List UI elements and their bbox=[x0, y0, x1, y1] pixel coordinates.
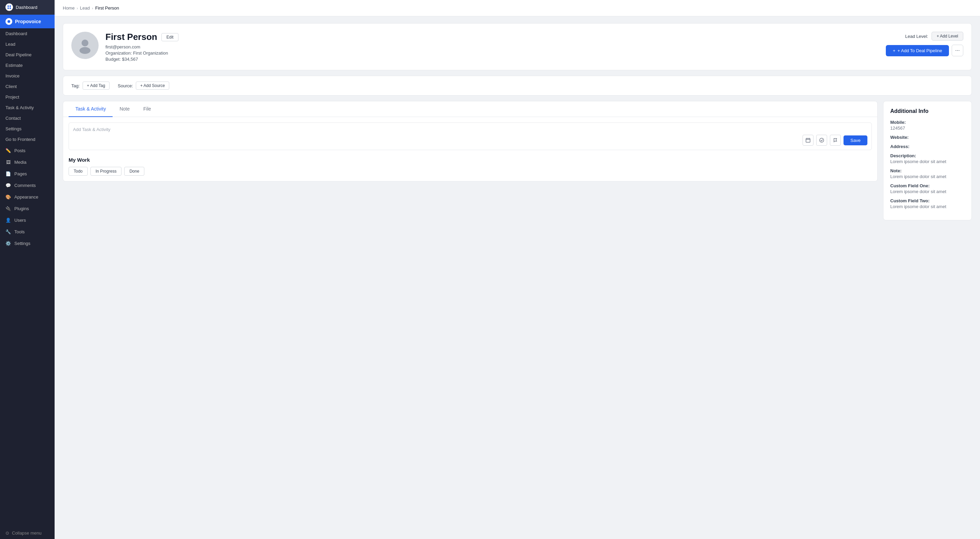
media-icon: 🖼 bbox=[5, 159, 11, 165]
sidebar-wp: ✏️Posts🖼Media📄Pages💬Comments🎨Appearance🔌… bbox=[0, 145, 55, 249]
tag-label: Tag: bbox=[71, 83, 80, 88]
filter-todo-button[interactable]: Todo bbox=[68, 167, 88, 176]
source-label: Source: bbox=[118, 83, 133, 88]
propovoice-label: Propovoice bbox=[15, 19, 41, 24]
more-options-button[interactable]: ··· bbox=[952, 45, 963, 56]
plugins-label: Plugins bbox=[14, 206, 29, 211]
lead-level-row: Lead Level: + Add Level bbox=[905, 32, 963, 41]
info-field-custom-field-two: Custom Field Two:Lorem ipsome dolor sit … bbox=[890, 198, 965, 209]
task-input-area: Add Task & Activity bbox=[68, 122, 872, 150]
propovoice-icon bbox=[5, 18, 12, 25]
svg-point-6 bbox=[80, 47, 91, 54]
users-icon: 👤 bbox=[5, 217, 11, 223]
svg-rect-3 bbox=[10, 8, 11, 9]
profile-email: first@person.com bbox=[105, 45, 178, 49]
info-field-custom-field-two-value: Lorem ipsome dolor sit amet bbox=[890, 204, 965, 209]
propovoice-arrow-icon: ◀ bbox=[45, 18, 49, 25]
breadcrumb-sep-1: › bbox=[77, 6, 78, 10]
tools-label: Tools bbox=[14, 229, 25, 234]
svg-rect-2 bbox=[8, 8, 9, 9]
wp-settings-label: Settings bbox=[14, 241, 30, 246]
sidebar-item-appearance[interactable]: 🎨Appearance bbox=[0, 191, 55, 203]
sidebar-item-go-frontend[interactable]: Go to Frontend bbox=[0, 134, 55, 145]
filter-done-button[interactable]: Done bbox=[124, 167, 144, 176]
add-pipeline-plus-icon: + bbox=[892, 48, 896, 53]
svg-rect-1 bbox=[10, 5, 11, 7]
add-tag-button[interactable]: + Add Tag bbox=[83, 81, 110, 90]
profile-budget: Budget: $34,567 bbox=[105, 57, 178, 62]
info-field-website-label: Website: bbox=[890, 135, 965, 140]
info-field-address-label: Address: bbox=[890, 144, 965, 149]
sidebar-item-pages[interactable]: 📄Pages bbox=[0, 168, 55, 180]
edit-button[interactable]: Edit bbox=[161, 33, 179, 41]
info-field-note-label: Note: bbox=[890, 168, 965, 173]
svg-point-11 bbox=[819, 138, 824, 142]
info-field-description-value: Lorem ipsome dolor sit amet bbox=[890, 159, 965, 164]
comments-icon: 💬 bbox=[5, 183, 11, 188]
add-source-button[interactable]: + Add Source bbox=[136, 81, 169, 90]
sidebar-item-wp-settings[interactable]: ⚙️Settings bbox=[0, 237, 55, 249]
page-body: First Person Edit first@person.com Organ… bbox=[55, 16, 980, 539]
tab-file[interactable]: File bbox=[137, 101, 158, 117]
check-icon-button[interactable] bbox=[816, 135, 827, 146]
info-field-note-value: Lorem ipsome dolor sit amet bbox=[890, 174, 965, 179]
sidebar-item-comments[interactable]: 💬Comments bbox=[0, 180, 55, 191]
pages-icon: 📄 bbox=[5, 171, 11, 176]
tab-note[interactable]: Note bbox=[113, 101, 137, 117]
sidebar-item-deal-pipeline[interactable]: Deal Pipeline bbox=[0, 49, 55, 60]
info-field-custom-field-two-label: Custom Field Two: bbox=[890, 198, 965, 204]
profile-name-text: First Person bbox=[105, 32, 157, 42]
sidebar-item-media[interactable]: 🖼Media bbox=[0, 156, 55, 168]
profile-info: First Person Edit first@person.com Organ… bbox=[105, 32, 178, 62]
sidebar-item-project[interactable]: Project bbox=[0, 92, 55, 102]
sidebar-item-task-activity[interactable]: Task & Activity bbox=[0, 102, 55, 113]
collapse-icon: ⊙ bbox=[5, 531, 9, 536]
sidebar-item-dashboard-app[interactable]: Dashboard bbox=[0, 0, 55, 15]
users-label: Users bbox=[14, 218, 26, 223]
sidebar-item-lead[interactable]: Lead bbox=[0, 39, 55, 49]
svg-rect-7 bbox=[806, 138, 810, 142]
profile-left: First Person Edit first@person.com Organ… bbox=[71, 32, 178, 62]
sidebar-item-invoice[interactable]: Invoice bbox=[0, 71, 55, 81]
sidebar-item-tools[interactable]: 🔧Tools bbox=[0, 226, 55, 237]
sidebar-item-plugins[interactable]: 🔌Plugins bbox=[0, 203, 55, 214]
sidebar-item-posts[interactable]: ✏️Posts bbox=[0, 145, 55, 156]
breadcrumb-home[interactable]: Home bbox=[63, 5, 75, 11]
info-fields: Mobile:124567Website:Address:Description… bbox=[890, 120, 965, 209]
sidebar-item-propovoice[interactable]: Propovoice ◀ bbox=[0, 15, 55, 28]
lead-level-label: Lead Level: bbox=[905, 34, 928, 39]
info-field-note: Note:Lorem ipsome dolor sit amet bbox=[890, 168, 965, 179]
wp-settings-icon: ⚙️ bbox=[5, 240, 11, 246]
content-row: Task & ActivityNoteFile Add Task & Activ… bbox=[63, 101, 972, 220]
info-field-website: Website: bbox=[890, 135, 965, 140]
sidebar-item-users[interactable]: 👤Users bbox=[0, 214, 55, 226]
calendar-icon-button[interactable] bbox=[803, 135, 813, 146]
flag-icon-button[interactable] bbox=[830, 135, 841, 146]
save-button[interactable]: Save bbox=[843, 135, 867, 145]
add-level-button[interactable]: + Add Level bbox=[932, 32, 963, 41]
sidebar-item-client[interactable]: Client bbox=[0, 81, 55, 92]
filter-in-progress-button[interactable]: In Progress bbox=[91, 167, 121, 176]
media-label: Media bbox=[14, 160, 26, 165]
collapse-menu-button[interactable]: ⊙ Collapse menu bbox=[0, 527, 55, 539]
svg-point-5 bbox=[81, 40, 88, 46]
my-work-title: My Work bbox=[68, 157, 872, 163]
appearance-icon: 🎨 bbox=[5, 194, 11, 200]
info-field-address: Address: bbox=[890, 144, 965, 149]
tab-task-activity[interactable]: Task & Activity bbox=[68, 101, 113, 117]
plugins-icon: 🔌 bbox=[5, 206, 11, 211]
more-dots-icon: ··· bbox=[955, 48, 959, 54]
breadcrumb-lead[interactable]: Lead bbox=[80, 5, 90, 11]
sidebar-item-settings[interactable]: Settings bbox=[0, 124, 55, 134]
add-to-deal-pipeline-button[interactable]: + + Add To Deal Pipeline bbox=[886, 45, 949, 56]
add-pipeline-label: + Add To Deal Pipeline bbox=[897, 48, 942, 53]
sidebar-item-contact[interactable]: Contact bbox=[0, 113, 55, 124]
task-actions: Save bbox=[73, 135, 867, 146]
tag-section: Tag: + Add Tag bbox=[71, 81, 110, 90]
sidebar-item-dashboard[interactable]: Dashboard bbox=[0, 28, 55, 39]
profile-name: First Person Edit bbox=[105, 32, 178, 42]
profile-right: Lead Level: + Add Level + + Add To Deal … bbox=[886, 32, 963, 56]
tab-content: Add Task & Activity bbox=[63, 117, 877, 181]
sidebar-item-estimate[interactable]: Estimate bbox=[0, 60, 55, 71]
breadcrumb-current: First Person bbox=[95, 5, 119, 11]
